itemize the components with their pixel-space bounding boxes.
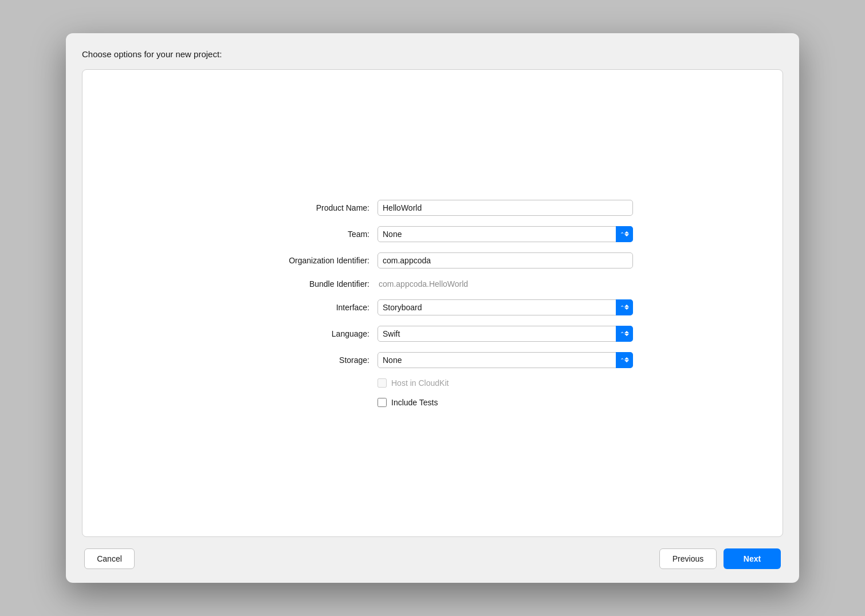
team-label: Team:	[232, 230, 369, 239]
language-row: Language: Swift Objective-C	[232, 326, 633, 342]
org-identifier-control	[378, 252, 633, 268]
product-name-control	[378, 200, 633, 216]
org-identifier-label: Organization Identifier:	[232, 256, 369, 265]
footer: Cancel Previous Next	[82, 548, 783, 569]
next-button[interactable]: Next	[724, 548, 781, 569]
include-tests-checkbox[interactable]	[378, 398, 387, 407]
language-select-wrapper: Swift Objective-C	[378, 326, 633, 342]
interface-select[interactable]: Storyboard SwiftUI	[378, 299, 633, 315]
storage-label: Storage:	[232, 356, 369, 365]
cancel-button[interactable]: Cancel	[84, 548, 135, 569]
bundle-identifier-control: com.appcoda.HelloWorld	[378, 279, 633, 289]
storage-select-wrapper: None Core Data CloudKit	[378, 352, 633, 368]
host-cloudkit-row: Host in CloudKit	[378, 378, 633, 388]
previous-button[interactable]: Previous	[659, 548, 717, 569]
interface-label: Interface:	[232, 303, 369, 312]
dialog-title: Choose options for your new project:	[82, 49, 783, 59]
product-name-row: Product Name:	[232, 200, 633, 216]
interface-row: Interface: Storyboard SwiftUI	[232, 299, 633, 315]
include-tests-row: Include Tests	[378, 398, 633, 407]
org-identifier-row: Organization Identifier:	[232, 252, 633, 268]
org-identifier-input[interactable]	[378, 252, 633, 268]
storage-select[interactable]: None Core Data CloudKit	[378, 352, 633, 368]
storage-row: Storage: None Core Data CloudKit	[232, 352, 633, 368]
content-area: Product Name: Team: None Personal Team	[82, 69, 783, 537]
interface-select-wrapper: Storyboard SwiftUI	[378, 299, 633, 315]
interface-control: Storyboard SwiftUI	[378, 299, 633, 315]
bundle-identifier-label: Bundle Identifier:	[232, 279, 369, 289]
bundle-identifier-value: com.appcoda.HelloWorld	[378, 279, 469, 289]
team-row: Team: None Personal Team	[232, 226, 633, 242]
team-select[interactable]: None Personal Team	[378, 226, 633, 242]
language-select[interactable]: Swift Objective-C	[378, 326, 633, 342]
language-control: Swift Objective-C	[378, 326, 633, 342]
storage-control: None Core Data CloudKit	[378, 352, 633, 368]
product-name-label: Product Name:	[232, 203, 369, 212]
team-control: None Personal Team	[378, 226, 633, 242]
footer-right: Previous Next	[659, 548, 781, 569]
form-table: Product Name: Team: None Personal Team	[232, 200, 633, 407]
language-label: Language:	[232, 329, 369, 338]
host-cloudkit-label: Host in CloudKit	[391, 378, 449, 388]
host-cloudkit-checkbox[interactable]	[378, 378, 387, 388]
dialog: Choose options for your new project: Pro…	[66, 33, 799, 583]
team-select-wrapper: None Personal Team	[378, 226, 633, 242]
product-name-input[interactable]	[378, 200, 633, 216]
bundle-identifier-row: Bundle Identifier: com.appcoda.HelloWorl…	[232, 279, 633, 289]
include-tests-label: Include Tests	[391, 398, 438, 407]
